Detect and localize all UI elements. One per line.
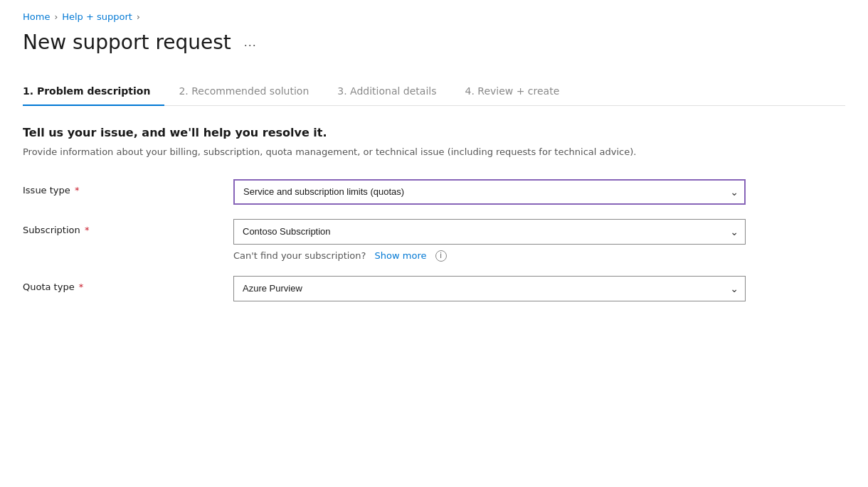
subscription-control-wrap: Contoso Subscription ⌄ Can't find your s… (233, 219, 746, 262)
issue-type-required: * (72, 185, 80, 196)
form-section: Tell us your issue, and we'll help you r… (23, 126, 805, 301)
breadcrumb: Home › Help + support › (23, 11, 845, 22)
step-2-tab[interactable]: 2. Recommended solution (179, 77, 323, 105)
subscription-required: * (82, 225, 90, 235)
step-3-tab[interactable]: 3. Additional details (337, 77, 450, 105)
quota-type-required: * (76, 282, 84, 292)
quota-type-select-wrapper: Azure Purview ⌄ (233, 276, 746, 301)
breadcrumb-help-support[interactable]: Help + support (62, 11, 132, 22)
page-header: New support request ... (23, 31, 845, 54)
subscription-row: Subscription * Contoso Subscription ⌄ Ca… (23, 219, 805, 262)
issue-type-row: Issue type * Service and subscription li… (23, 179, 805, 205)
breadcrumb-sep1: › (54, 12, 58, 22)
page-title: New support request (23, 31, 231, 54)
subscription-select[interactable]: Contoso Subscription (233, 219, 746, 245)
step-4-tab[interactable]: 4. Review + create (465, 77, 573, 105)
quota-type-row: Quota type * Azure Purview ⌄ (23, 276, 805, 301)
subscription-select-wrapper: Contoso Subscription ⌄ (233, 219, 746, 245)
breadcrumb-home[interactable]: Home (23, 11, 50, 22)
issue-type-label: Issue type * (23, 179, 222, 196)
show-more-link[interactable]: Show more (375, 250, 427, 261)
subscription-label: Subscription * (23, 219, 222, 235)
issue-type-control-wrap: Service and subscription limits (quotas)… (233, 179, 746, 205)
more-options-button[interactable]: ... (240, 33, 261, 51)
quota-type-select[interactable]: Azure Purview (233, 276, 746, 301)
steps-nav: 1. Problem description 2. Recommended so… (23, 77, 845, 106)
form-section-desc: Provide information about your billing, … (23, 145, 770, 159)
step-1-tab[interactable]: 1. Problem description (23, 77, 164, 105)
form-section-title: Tell us your issue, and we'll help you r… (23, 126, 805, 139)
info-icon[interactable]: i (435, 250, 447, 262)
page-container: Home › Help + support › New support requ… (0, 0, 868, 344)
subscription-note-text: Can't find your subscription? (233, 250, 366, 261)
subscription-note: Can't find your subscription? Show more … (233, 250, 746, 262)
issue-type-select[interactable]: Service and subscription limits (quotas) (233, 179, 746, 205)
quota-type-label: Quota type * (23, 276, 222, 292)
issue-type-select-wrapper: Service and subscription limits (quotas)… (233, 179, 746, 205)
breadcrumb-sep2: › (137, 12, 140, 22)
quota-type-control-wrap: Azure Purview ⌄ (233, 276, 746, 301)
